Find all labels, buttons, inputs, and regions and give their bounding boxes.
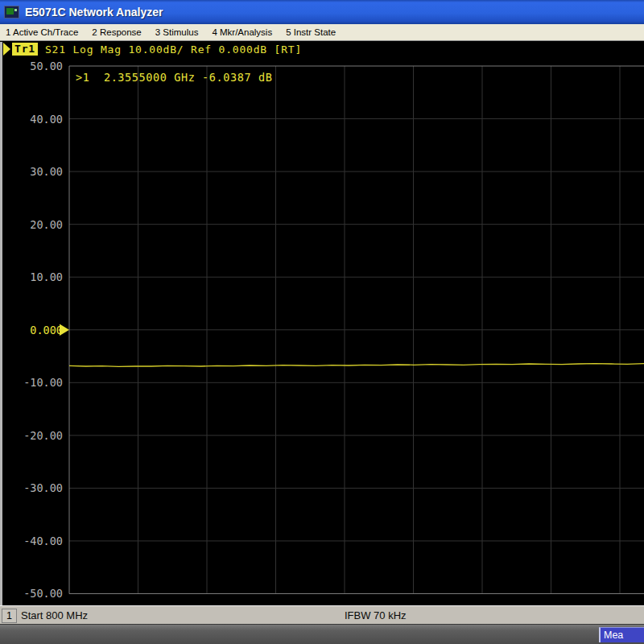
- status-bar: 1 Start 800 MHz IFBW 70 kHz: [0, 605, 644, 624]
- y-tick-m10: -10.00: [0, 375, 63, 390]
- y-tick-m20: -20.00: [0, 428, 63, 443]
- y-tick-m30: -30.00: [0, 481, 63, 495]
- y-tick-50: 50.00: [0, 59, 63, 73]
- vna-application-window: E5071C Network Analyzer 1 Active Ch/Trac…: [0, 0, 644, 644]
- y-tick-10: 10.00: [0, 270, 63, 284]
- y-tick-40: 40.00: [0, 112, 63, 126]
- active-trace-arrow-icon: [3, 43, 10, 56]
- marker1-readout: >1 2.3555000 GHz -6.0387 dB: [76, 71, 272, 84]
- channel-indicator: 1: [2, 609, 17, 623]
- y-tick-m50: -50.00: [0, 586, 63, 601]
- y-tick-m40: -40.00: [0, 534, 63, 548]
- trace1-settings: S21 Log Mag 10.00dB/ Ref 0.000dB [RT]: [45, 43, 302, 56]
- meas-taskbar-button[interactable]: Mea: [599, 627, 644, 642]
- start-frequency-label: Start 800 MHz: [21, 609, 88, 621]
- graticule-plot: [0, 0, 644, 644]
- trace-status-line: Tr1 S21 Log Mag 10.00dB/ Ref 0.000dB [RT…: [3, 42, 302, 56]
- y-tick-30: 30.00: [0, 164, 63, 179]
- y-tick-20: 20.00: [0, 217, 63, 232]
- y-tick-ref-0: 0.000: [0, 323, 63, 337]
- s21-trace: [69, 364, 644, 367]
- trace1-label[interactable]: Tr1: [12, 43, 38, 56]
- taskbar: Mea: [0, 624, 644, 644]
- ifbw-label: IFBW 70 kHz: [345, 609, 407, 621]
- grid-lines: [69, 66, 644, 594]
